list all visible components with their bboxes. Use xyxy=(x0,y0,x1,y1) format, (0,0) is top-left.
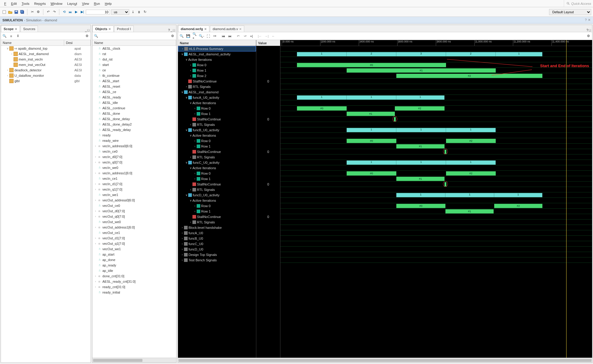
time-ruler[interactable]: |0.000 ns|200.000 ns|400.000 ns|600.000 … xyxy=(280,40,592,46)
wave-bar[interactable]: #0 xyxy=(347,139,396,143)
redo-icon[interactable]: ↷ xyxy=(52,10,57,14)
scrollbar[interactable] xyxy=(178,358,592,362)
object-row[interactable]: ›⧈vecOut_d0[7:0] xyxy=(92,208,176,214)
undo-icon[interactable]: ↶ xyxy=(46,10,51,14)
saveall-icon[interactable] xyxy=(20,10,25,14)
object-row[interactable]: ⎍vecIn_we0 xyxy=(92,165,176,170)
wave-row[interactable]: StallNoContinue xyxy=(178,182,256,187)
settings-icon[interactable]: ⚙ xyxy=(36,10,41,14)
add-marker-icon[interactable]: +| xyxy=(249,34,254,39)
wave-bar[interactable]: #0 xyxy=(396,204,445,208)
close-icon[interactable]: ✕ xyxy=(588,18,591,22)
scope-row[interactable]: glblglbl xyxy=(1,78,91,84)
menu-edit[interactable]: Edit xyxy=(9,2,19,5)
filter-icon[interactable]: ≡ xyxy=(9,34,14,39)
object-row[interactable]: ⎍vecOut_ce0 xyxy=(92,203,176,208)
tab-wcfg[interactable]: diamond.wcfg✕ xyxy=(178,26,209,32)
wave-row[interactable]: ∨funcB_U0_activity xyxy=(178,127,256,133)
wave-bar[interactable]: #2 xyxy=(446,139,496,143)
object-row[interactable]: ›⧈vecIn_q1[7:0] xyxy=(92,187,176,192)
col-name[interactable]: Name xyxy=(1,40,64,45)
wave-bar[interactable]: #0 xyxy=(297,106,347,110)
search-icon[interactable]: 🔍 xyxy=(2,34,7,39)
wave-bar[interactable]: #2 xyxy=(446,171,496,176)
wave-bar[interactable]: #2 xyxy=(396,74,542,78)
help-icon[interactable]: ? xyxy=(585,18,587,22)
wave-row[interactable]: StallNoContinue xyxy=(178,214,256,219)
wave-name-col[interactable]: Name ›HLS Process Summary∨AESL_inst_diam… xyxy=(178,40,256,358)
wave-row[interactable]: ›Row 1 xyxy=(178,209,256,214)
close-icon[interactable]: ✕ xyxy=(108,27,111,31)
object-row[interactable]: ⎍AESL_ce xyxy=(92,89,176,95)
object-row[interactable]: ⎍dut_rst xyxy=(92,57,176,62)
object-row[interactable]: ⎍AESL_reset xyxy=(92,84,176,89)
new-icon[interactable] xyxy=(2,10,7,14)
wave-row[interactable]: ∨Active Iterations xyxy=(178,133,256,138)
swap-icon[interactable]: ↔ xyxy=(271,34,276,39)
wave-bar[interactable]: #1 xyxy=(445,209,494,213)
time-unit[interactable]: us xyxy=(111,9,129,15)
gear-icon[interactable]: ⚙ xyxy=(85,34,89,39)
object-row[interactable]: ⎍AESL_start xyxy=(92,78,176,84)
wave-bar[interactable]: 111 xyxy=(297,95,445,100)
wave-value-col[interactable]: Value 00000 xyxy=(256,40,280,358)
close-icon[interactable]: ✕ xyxy=(239,27,242,31)
wave-bar[interactable]: 12321 xyxy=(297,52,542,56)
object-row[interactable]: ⎍ap_idle xyxy=(92,268,176,273)
menu-run[interactable]: Run xyxy=(92,2,102,5)
object-row[interactable]: ⎍vecOut_ce1 xyxy=(92,230,176,235)
help-icon[interactable]: ? xyxy=(168,28,170,32)
object-row[interactable]: ›⧈vecIn_q0[7:0] xyxy=(92,160,176,165)
wave-row[interactable]: ›Row 0 xyxy=(178,62,256,68)
tab-scope[interactable]: Scope✕ xyxy=(1,26,20,32)
tab-protocol[interactable]: Protocol I xyxy=(114,26,133,32)
object-row[interactable]: ›⧈ready_cnt[31:0] xyxy=(92,284,176,290)
wave-bar[interactable]: 111 xyxy=(347,160,496,165)
wave-row[interactable]: ›Row 1 xyxy=(178,111,256,117)
maximize-icon[interactable]: □ xyxy=(87,28,89,32)
wave-row[interactable]: ∨funcA_U0_activity xyxy=(178,95,256,100)
object-row[interactable]: ›⧈vecIn_address0[6:0] xyxy=(92,143,176,149)
object-row[interactable]: ›⧈vecOut_q0[7:0] xyxy=(92,214,176,219)
object-row[interactable]: ⎍rst xyxy=(92,51,176,57)
wave-row[interactable]: ›Row 0 xyxy=(178,171,256,176)
wave-bar[interactable]: #2 xyxy=(494,204,542,208)
wave-plot[interactable]: 1,437.500 ns |0.000 ns|200.000 ns|400.00… xyxy=(280,40,592,358)
prev-edge-icon[interactable]: ⤺ xyxy=(236,34,241,39)
wave-row[interactable]: ›funcC_U0 xyxy=(178,241,256,247)
wave-bar[interactable]: #1 xyxy=(396,144,445,148)
object-row[interactable]: ›⧈vecOut_address0[6:0] xyxy=(92,198,176,203)
wave-row[interactable]: ∨funcC_U0_activity xyxy=(178,160,256,165)
close-icon[interactable]: ✕ xyxy=(15,27,17,31)
help-icon[interactable]: ? xyxy=(586,28,588,32)
time-input[interactable] xyxy=(86,10,110,14)
wave-row[interactable]: ∨AESL_inst_diamond xyxy=(178,89,256,95)
gear-icon[interactable]: ⚙ xyxy=(586,34,591,39)
restart-icon[interactable]: ⟲ xyxy=(62,10,67,14)
wave-row[interactable]: ›Block-level handshake xyxy=(178,225,256,230)
wave-row[interactable]: ›funcD_U0 xyxy=(178,247,256,252)
wave-row[interactable]: ∨Active Iterations xyxy=(178,100,256,106)
tab-sources[interactable]: Sources xyxy=(20,26,38,32)
wave-row[interactable]: ›RTL Signals xyxy=(178,122,256,127)
wave-row[interactable]: ›Row 2 xyxy=(178,73,256,79)
menu-help[interactable]: Help xyxy=(102,2,114,5)
tab-autotb[interactable]: diamond.autotb.v✕ xyxy=(210,26,244,32)
object-row[interactable]: ⎍ready_wire xyxy=(92,138,176,143)
object-row[interactable]: ⎍AESL_done_delay2 xyxy=(92,122,176,127)
run-all-icon[interactable]: ⏭ xyxy=(68,10,73,14)
minimize-icon[interactable]: _ xyxy=(85,28,87,32)
wave-row[interactable]: ›Row 0 xyxy=(178,106,256,111)
menu-view[interactable]: View xyxy=(80,2,92,5)
object-row[interactable]: ⎍ready xyxy=(92,132,176,138)
object-row[interactable]: ⎍start xyxy=(92,62,176,67)
wave-bar[interactable]: #0 xyxy=(347,171,396,176)
close-icon[interactable]: ✕ xyxy=(204,27,207,31)
wave-bar[interactable]: 111 xyxy=(396,193,542,197)
col-design[interactable]: Desi xyxy=(64,40,91,45)
save-icon[interactable]: 💾 xyxy=(186,34,191,39)
prev-marker-icon[interactable]: |← xyxy=(257,34,262,39)
object-row[interactable]: ⎍ce xyxy=(92,67,176,73)
scope-row[interactable]: ›AESL_inst_diamonddiam xyxy=(1,51,91,57)
object-row[interactable]: ›⧈vecIn_address1[6:0] xyxy=(92,170,176,176)
